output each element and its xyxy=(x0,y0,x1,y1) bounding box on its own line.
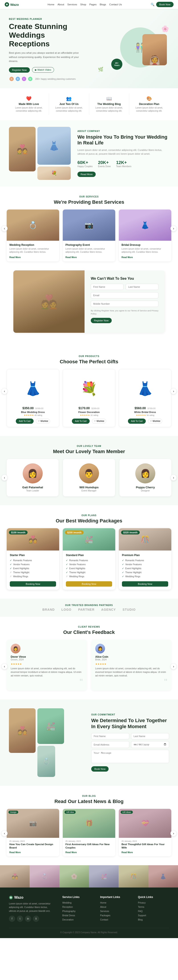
linkedin-icon[interactable]: li xyxy=(33,916,39,922)
email-input[interactable] xyxy=(91,292,158,298)
blog-2-readmore[interactable]: Read More xyxy=(63,850,115,856)
hero-section: Best Wedding Planner Create StunningWedd… xyxy=(0,9,178,88)
footer-link-wedding[interactable]: Wedding xyxy=(62,901,93,904)
about-section: 💑 👗 💐 About Company We Inspire You To Br… xyxy=(0,120,178,186)
blog-card-3[interactable]: Gift Ideas 💝 25 January, 2023 Best Thoug… xyxy=(119,809,171,856)
blog-next-button[interactable]: › xyxy=(170,830,176,837)
service-3-readmore[interactable]: Read More xyxy=(121,256,133,259)
feature-4-icon: 🎨 xyxy=(133,96,165,101)
footer-link-home[interactable]: Home xyxy=(100,901,131,904)
commit-first-name-input[interactable] xyxy=(91,733,129,739)
nav-about[interactable]: About xyxy=(57,3,64,6)
footer-link-packages[interactable]: Packages xyxy=(100,914,131,917)
service-card-1[interactable]: 💍 Wedding Reception Lorem ipsum dolor si… xyxy=(7,210,59,261)
blog-card-1[interactable]: Design 📷 25 January, 2023 How You Can Cr… xyxy=(7,809,59,856)
last-name-input[interactable] xyxy=(126,284,158,290)
team-next-button[interactable]: › xyxy=(170,474,176,481)
commitment-images: 💑 💒 💍 xyxy=(9,708,85,777)
blog-3-readmore[interactable]: Read More xyxy=(119,850,171,856)
testi-prev-button[interactable]: ‹ xyxy=(2,663,8,670)
product-3-wishlist-button[interactable]: ♡ Wishlist xyxy=(148,418,162,424)
play-icon: ▶ xyxy=(35,68,37,71)
footer-link-privacy[interactable]: Privacy xyxy=(138,901,169,904)
footer-link-support[interactable]: Support xyxy=(138,914,169,917)
nav-contact[interactable]: Contact Us xyxy=(109,3,122,6)
nav-home[interactable]: Home xyxy=(47,3,55,6)
pkg1-feat3: ✓Event Highlights xyxy=(10,567,56,570)
feature-3-icon: 📖 xyxy=(93,96,126,101)
product-2-add-cart-button[interactable]: Add To Cart xyxy=(72,418,90,424)
registration-submit-button[interactable]: Register Now xyxy=(91,318,112,323)
gallery-item-1[interactable]: 💑 xyxy=(0,865,30,888)
footer-link-services[interactable]: Services xyxy=(100,910,131,912)
services-prev-button[interactable]: ‹ xyxy=(2,225,8,232)
footer-link-contact[interactable]: Contact xyxy=(100,918,131,921)
feature-2: 👥 Just Two Of Us Lorem ipsum dolor sit a… xyxy=(49,94,89,115)
nav-pages[interactable]: Pages xyxy=(89,3,96,6)
commitment-book-button[interactable]: Book Now xyxy=(91,766,109,772)
service-3-desc: Lorem ipsum dolor sit amet, consectetur … xyxy=(121,247,169,254)
logo[interactable]: Wazo xyxy=(5,2,19,7)
testi-next-button[interactable]: › xyxy=(170,663,176,670)
footer-link-blog[interactable]: Blog xyxy=(138,918,169,921)
instagram-icon[interactable]: in xyxy=(25,916,31,922)
product-2-wishlist-button[interactable]: ♡ Wishlist xyxy=(92,418,106,424)
feature-1-icon: ❤️ xyxy=(13,96,45,101)
footer-link-terms[interactable]: Terms xyxy=(138,905,169,908)
watch-video-button[interactable]: ▶ Watch Video xyxy=(32,67,54,73)
email-field xyxy=(91,292,158,298)
blog-card-2[interactable]: Gift Idea 🎁 25 January, 2023 First Anniv… xyxy=(63,809,115,856)
services-next-button[interactable]: › xyxy=(170,225,176,232)
check-icon: ✓ xyxy=(66,559,68,562)
blog-prev-button[interactable]: ‹ xyxy=(2,830,8,837)
commit-last-name-input[interactable] xyxy=(131,733,169,739)
book-now-button[interactable]: Book Now xyxy=(156,2,173,7)
gallery-6-icon: 👗 xyxy=(160,873,167,880)
service-card-3[interactable]: 👗 Bridal Dressup Lorem ipsum dolor sit a… xyxy=(119,210,171,261)
products-prev-button[interactable]: ‹ xyxy=(2,388,8,394)
nav-services[interactable]: Services xyxy=(67,3,77,6)
twitter-icon[interactable]: t xyxy=(17,916,23,922)
avatar-4: D xyxy=(28,76,33,81)
product-1-wishlist-button[interactable]: ♡ Wishlist xyxy=(36,418,50,424)
service-1-readmore[interactable]: Read More xyxy=(9,256,21,259)
about-read-more-button[interactable]: Read More xyxy=(77,172,96,177)
gallery-item-5[interactable]: 🎊 xyxy=(118,865,148,888)
footer-col-1: Service Links Wedding Reception Photogra… xyxy=(62,896,93,923)
blog-1-readmore[interactable]: Read More xyxy=(7,850,59,856)
service-card-2[interactable]: 📷 Photography Event Lorem ipsum dolor si… xyxy=(63,210,115,261)
feature-4-title: Decoration Plan xyxy=(133,102,165,106)
package-3-book-button[interactable]: Booking Now xyxy=(122,581,168,587)
footer-link-bridal[interactable]: Bridal Dress xyxy=(62,914,93,917)
product-3-add-cart-button[interactable]: Add To Cart xyxy=(128,418,146,424)
commit-email-input[interactable] xyxy=(91,741,129,748)
product-3-stars: ★★★★★ xyxy=(136,414,146,416)
gallery-item-3[interactable]: 🌸 xyxy=(60,865,89,888)
team-prev-button[interactable]: ‹ xyxy=(2,474,8,481)
search-icon[interactable]: 🔍 xyxy=(151,3,154,6)
package-1-book-button[interactable]: Booking Now xyxy=(10,581,56,587)
service-2-readmore[interactable]: Read More xyxy=(65,256,77,259)
footer-link-faq[interactable]: FAQ xyxy=(138,910,169,912)
footer-link-decoration[interactable]: Decoration xyxy=(62,918,93,921)
facebook-icon[interactable]: f xyxy=(9,916,15,922)
footer-link-reception[interactable]: Reception xyxy=(62,905,93,908)
gallery-item-6[interactable]: 👗 xyxy=(148,865,178,888)
gallery-item-4[interactable]: 💒 xyxy=(89,865,118,888)
gallery-item-2[interactable]: 💍 xyxy=(30,865,59,888)
register-now-button[interactable]: Register Now xyxy=(9,67,30,73)
footer-link-photography[interactable]: Photography xyxy=(62,910,93,912)
package-2-book-button[interactable]: Booking Now xyxy=(66,581,112,587)
footer-link-about[interactable]: About xyxy=(100,905,131,908)
nav-blogs[interactable]: Blogs xyxy=(100,3,106,6)
first-name-input[interactable] xyxy=(91,284,123,290)
product-1-add-cart-button[interactable]: Add To Cart xyxy=(16,418,34,424)
nav-shop[interactable]: Shop xyxy=(80,3,86,6)
commit-message-input[interactable] xyxy=(91,750,169,763)
testi-2-avatar: 👩 xyxy=(95,644,105,654)
mobile-input[interactable] xyxy=(91,301,158,307)
commit-date-input[interactable] xyxy=(131,741,169,748)
gallery-1-icon: 💑 xyxy=(11,873,18,880)
testi-2-stars: ★★★★★ xyxy=(95,663,167,665)
products-next-button[interactable]: › xyxy=(170,388,176,394)
